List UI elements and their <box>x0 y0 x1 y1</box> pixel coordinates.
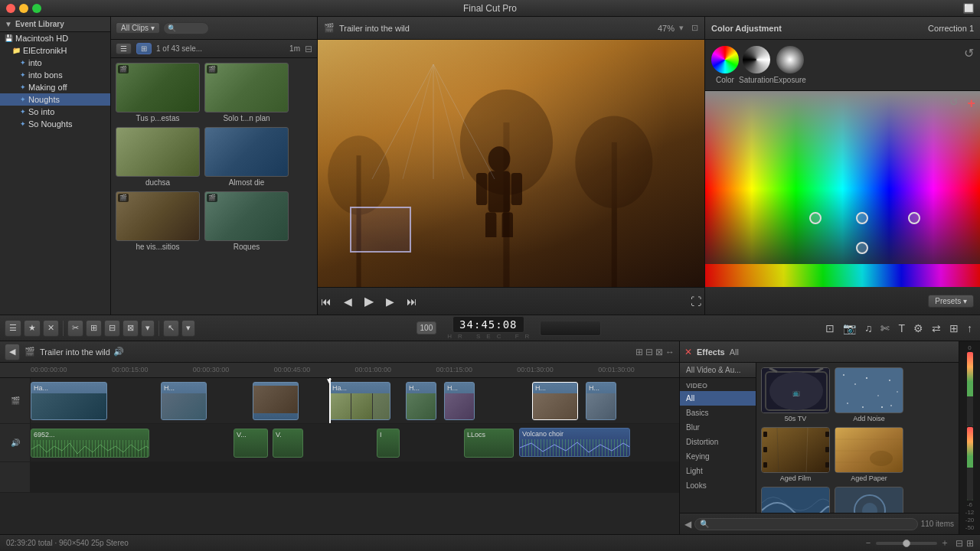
toolbar-share-btn[interactable]: ↑ <box>964 321 975 336</box>
toolbar-tool3-btn[interactable]: ⊟ <box>104 320 120 337</box>
clip-item-2[interactable]: 🎬 Solo t...n plan <box>204 63 289 122</box>
step-forward-button[interactable]: ▶ <box>383 294 397 309</box>
toolbar-tool2-btn[interactable]: ⊞ <box>86 320 102 337</box>
effects-cat-light[interactable]: Light <box>680 464 756 478</box>
tl-audio-clip-1[interactable]: 6952... <box>31 429 149 458</box>
effects-scroll-left[interactable]: ◀ <box>684 519 691 530</box>
toolbar-list-btn[interactable]: ☰ <box>5 320 21 337</box>
color-tool-saturation[interactable]: Saturation <box>739 46 774 84</box>
effects-search-field[interactable]: 🔍 <box>694 518 918 530</box>
gradient-reset-button[interactable]: ↺ <box>949 96 959 108</box>
toolbar-transform-btn[interactable]: ⊡ <box>822 321 838 336</box>
effects-cat-looks[interactable]: Looks <box>680 478 756 493</box>
eff-item-aged-paper[interactable]: Aged Paper <box>835 427 903 482</box>
toolbar-retime-btn[interactable]: ⇄ <box>929 321 944 336</box>
toolbar-cursor-btn[interactable]: ↖ <box>163 320 179 337</box>
effects-cat-all[interactable]: All <box>680 391 756 406</box>
effects-search-input[interactable] <box>709 520 913 528</box>
effects-cat-blur[interactable]: Blur <box>680 420 756 435</box>
toolbar-generator-btn[interactable]: ⚙ <box>910 321 926 336</box>
tl-video-clip-1[interactable]: Ha... <box>31 382 107 420</box>
presets-button[interactable]: Presets ▾ <box>928 295 974 308</box>
fullscreen-button[interactable]: ⛶ <box>688 294 704 309</box>
clip-item-3[interactable]: duchsa <box>116 127 200 187</box>
eff-item-add-noise[interactable]: Add Noise <box>835 367 903 422</box>
play-button[interactable]: ▶ <box>361 292 377 310</box>
sidebar-item-noughts[interactable]: ✦ Noughts <box>0 93 110 106</box>
all-video-audio-label[interactable]: All Video & Au... <box>686 366 741 374</box>
preview-zoom[interactable]: 47% <box>658 24 675 33</box>
tl-video-clip-5[interactable]: H... <box>406 382 436 420</box>
reset-icon[interactable]: ↺ <box>964 46 974 60</box>
tl-audio-clip-3[interactable]: V. <box>273 429 303 458</box>
tl-ctrl-2[interactable]: ⊟ <box>645 347 653 357</box>
zoom-dropdown-icon[interactable]: ▾ <box>679 23 684 33</box>
effects-close-icon[interactable]: ✕ <box>684 347 692 357</box>
clip-item-1[interactable]: 🎬 Tus p...estas <box>116 63 200 122</box>
sidebar-collapse[interactable]: ▼ <box>5 20 12 28</box>
tl-audio-clip-5[interactable]: LLocs <box>464 429 514 458</box>
sidebar-item-electronikh[interactable]: 📁 ElEctronikH <box>0 44 110 57</box>
video-track-content[interactable]: Ha... H... Ha... <box>31 378 679 423</box>
clips-search-input[interactable] <box>178 24 204 32</box>
clip-item-4[interactable]: Almost die <box>204 127 289 187</box>
sidebar-item-making-off[interactable]: ✦ Making off <box>0 81 110 93</box>
clip-view-grid-btn[interactable]: ⊞ <box>136 43 152 54</box>
toolbar-text-btn[interactable]: T <box>895 321 908 336</box>
effects-cat-basics[interactable]: Basics <box>680 406 756 420</box>
toolbar-tool1-btn[interactable]: ✂ <box>67 320 83 337</box>
tl-video-clip-6[interactable]: H... <box>444 382 475 420</box>
status-btn-2[interactable]: ⊞ <box>966 538 974 549</box>
minimize-button[interactable] <box>19 4 28 13</box>
tl-ctrl-3[interactable]: ⊠ <box>655 347 663 357</box>
tl-ctrl-1[interactable]: ⊞ <box>635 347 643 357</box>
control-point-2[interactable] <box>856 212 868 224</box>
eff-item-row2-1[interactable] <box>761 487 830 513</box>
sidebar-item-into-bons[interactable]: ✦ into bons <box>0 69 110 81</box>
toolbar-rate-btn[interactable]: ★ <box>24 320 41 337</box>
color-gradient-area[interactable]: + ↺ <box>705 91 980 287</box>
add-correction-button[interactable]: + <box>967 96 975 112</box>
timeline-back-btn[interactable]: ◀ <box>5 344 20 360</box>
zoom-slider[interactable] <box>876 542 937 545</box>
step-back-button[interactable]: ◀ <box>341 294 355 309</box>
window-control[interactable]: ⬜ <box>963 3 974 14</box>
eff-item-aged-film[interactable]: Aged Film <box>761 427 830 482</box>
sidebar-item-into[interactable]: ✦ into <box>0 57 110 69</box>
maximize-button[interactable] <box>32 4 41 13</box>
effects-cat-keying[interactable]: Keying <box>680 449 756 464</box>
tl-ctrl-4[interactable]: ↔ <box>665 347 675 357</box>
clip-item-6[interactable]: 🎬 Roques <box>204 191 289 251</box>
toolbar-reject-btn[interactable]: ✕ <box>43 320 59 337</box>
sidebar-item-macintosh[interactable]: 💾 Macintosh HD <box>0 32 110 44</box>
toolbar-snapshot-btn[interactable]: 📷 <box>840 321 859 336</box>
tl-video-clip-2[interactable]: H... <box>161 382 207 420</box>
clips-search-box[interactable]: 🔍 <box>163 22 209 34</box>
tl-audio-clip-2[interactable]: V... <box>234 429 268 458</box>
tl-audio-clip-4[interactable]: I <box>377 429 400 458</box>
clip-item-5[interactable]: 🎬 he vis...sitios <box>116 191 200 251</box>
sidebar-item-so-noughts[interactable]: ✦ So Noughts <box>0 118 110 130</box>
all-clips-button[interactable]: All Clips ▾ <box>116 22 160 34</box>
status-btn-1[interactable]: ⊟ <box>956 538 963 549</box>
zoom-out-button[interactable]: － <box>864 536 873 549</box>
effects-cat-distortion[interactable]: Distortion <box>680 435 756 449</box>
toolbar-tool4-btn[interactable]: ⊠ <box>122 320 139 337</box>
toolbar-inspector-btn[interactable]: ⊞ <box>946 321 962 336</box>
control-point-4[interactable] <box>856 242 868 254</box>
toolbar-tool5-btn[interactable]: ▾ <box>141 320 155 337</box>
preview-view-options[interactable]: ⊡ <box>691 23 698 33</box>
color-tool-color[interactable]: Color <box>711 46 739 84</box>
toolbar-cursor-drop-btn[interactable]: ▾ <box>181 320 195 337</box>
clip-view-list-btn[interactable]: ☰ <box>116 43 132 54</box>
toolbar-trim-btn[interactable]: ✄ <box>877 321 893 336</box>
tl-audio-clip-6[interactable]: Volcano choir <box>519 428 630 457</box>
audio-track-content[interactable]: 6952... V... V. I <box>31 424 679 461</box>
toolbar-audio-btn[interactable]: ♫ <box>861 321 876 336</box>
tl-video-clip-4[interactable]: Ha... <box>329 382 390 420</box>
audio-track-2-content[interactable] <box>31 462 679 492</box>
control-point-1[interactable] <box>809 212 822 224</box>
control-point-3[interactable] <box>908 212 920 224</box>
skip-to-start-button[interactable]: ⏮ <box>318 294 335 309</box>
color-tool-exposure[interactable]: Exposure <box>774 46 806 84</box>
